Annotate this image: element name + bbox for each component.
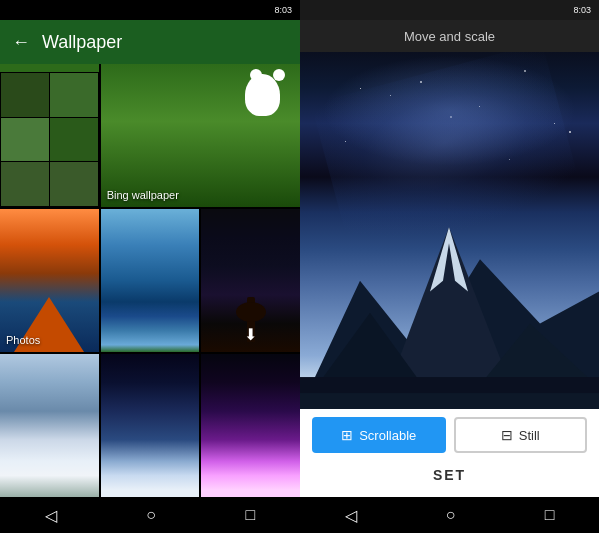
nav-bar-left: ◁ ○ □ bbox=[0, 497, 300, 533]
back-nav-right-icon[interactable]: ◁ bbox=[345, 506, 357, 525]
home-nav-icon[interactable]: ○ bbox=[146, 506, 156, 524]
status-time-right: 8:03 bbox=[573, 5, 591, 15]
recents-nav-right-icon[interactable]: □ bbox=[545, 506, 555, 524]
grid-item-blue-lake[interactable] bbox=[101, 209, 200, 352]
status-icons-left: 8:03 bbox=[274, 5, 292, 15]
grid-item-screenshot[interactable] bbox=[0, 64, 99, 207]
star bbox=[360, 88, 361, 89]
grid-item-bing[interactable]: Bing wallpaper bbox=[101, 64, 300, 207]
right-panel: 8:03 Move and scale bbox=[300, 0, 599, 533]
set-button-container: SET bbox=[312, 459, 587, 489]
status-time-left: 8:03 bbox=[274, 5, 292, 15]
bing-label: Bing wallpaper bbox=[107, 189, 179, 201]
wallpaper-preview[interactable] bbox=[300, 52, 599, 409]
recents-nav-icon[interactable]: □ bbox=[246, 506, 256, 524]
move-scale-label: Move and scale bbox=[404, 29, 495, 44]
star bbox=[569, 131, 571, 133]
grid-item-purple-sunset[interactable] bbox=[201, 354, 300, 497]
left-panel: 8:03 ← Wallpaper bbox=[0, 0, 300, 533]
mountain-svg bbox=[300, 195, 599, 409]
scrollable-icon: ⊞ bbox=[341, 427, 353, 443]
home-nav-right-icon[interactable]: ○ bbox=[446, 506, 456, 524]
grid-item-photos[interactable]: Photos bbox=[0, 209, 99, 352]
wallpaper-grid: Bing wallpaper Photos ⬇ bbox=[0, 64, 300, 497]
photos-label: Photos bbox=[6, 334, 40, 346]
header-left: ← Wallpaper bbox=[0, 20, 300, 64]
scrollable-label: Scrollable bbox=[359, 428, 416, 443]
still-label: Still bbox=[519, 428, 540, 443]
download-icon[interactable]: ⬇ bbox=[244, 325, 257, 344]
back-nav-icon[interactable]: ◁ bbox=[45, 506, 57, 525]
back-arrow-icon[interactable]: ← bbox=[12, 32, 30, 53]
scroll-still-buttons: ⊞ Scrollable ⊟ Still bbox=[312, 417, 587, 453]
svg-rect-6 bbox=[300, 393, 599, 409]
page-title: Wallpaper bbox=[42, 32, 122, 53]
move-scale-bar: Move and scale bbox=[300, 20, 599, 52]
status-icons-right: 8:03 bbox=[573, 5, 591, 15]
grid-item-blue-mountain[interactable] bbox=[101, 354, 200, 497]
controls-bar: ⊞ Scrollable ⊟ Still SET bbox=[300, 409, 599, 497]
status-bar-right: 8:03 bbox=[300, 0, 599, 20]
still-button[interactable]: ⊟ Still bbox=[454, 417, 588, 453]
still-icon: ⊟ bbox=[501, 427, 513, 443]
scrollable-button[interactable]: ⊞ Scrollable bbox=[312, 417, 446, 453]
set-button[interactable]: SET bbox=[393, 463, 506, 487]
status-bar-left: 8:03 bbox=[0, 0, 300, 20]
grid-item-dark-tree[interactable]: ⬇ bbox=[201, 209, 300, 352]
grid-item-snowy-peak[interactable] bbox=[0, 354, 99, 497]
nav-bar-right: ◁ ○ □ bbox=[300, 497, 599, 533]
